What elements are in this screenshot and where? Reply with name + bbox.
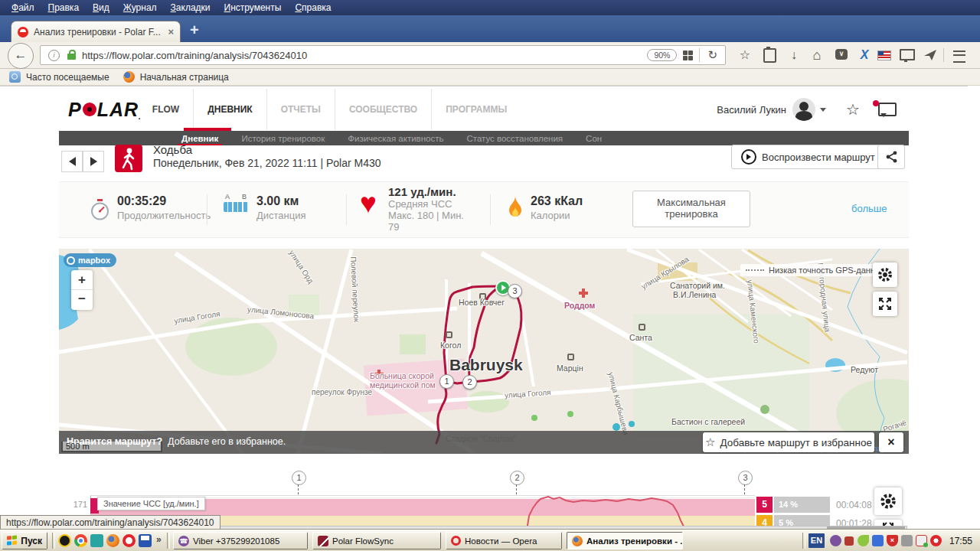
x-extension-icon[interactable]: X — [854, 47, 874, 64]
tab-title: Анализ тренировки - Polar F... — [34, 27, 163, 37]
task-analysis-active[interactable]: Анализ тренировки - ... — [567, 532, 683, 549]
hamburger-menu-icon[interactable] — [949, 47, 969, 64]
quicklaunch-daemon-icon[interactable] — [58, 534, 71, 547]
site-info-icon[interactable]: i — [48, 50, 60, 61]
route-map[interactable]: Babruysk Ноев Ковчег Роддом Санта Марцін… — [59, 249, 909, 454]
favorites-star-icon[interactable]: ☆ — [846, 100, 860, 119]
map-settings-gear-icon[interactable] — [873, 262, 897, 287]
quicklaunch-save-icon[interactable] — [139, 534, 152, 547]
tray-shield-icon[interactable]: × — [887, 535, 898, 546]
next-session-button[interactable] — [83, 151, 104, 172]
task-opera-news[interactable]: Новости — Opera — [446, 532, 562, 549]
browser-menu-bar: Файл Правка Вид Журнал Закладки Инструме… — [0, 0, 980, 15]
clipboard-icon[interactable] — [760, 47, 779, 64]
start-button[interactable]: Пуск — [2, 532, 47, 549]
task-viber[interactable]: ☎ Viber +375299201085 — [173, 532, 308, 549]
add-route-favorite-button[interactable]: ☆ Добавьте маршрут в избранное — [703, 432, 874, 452]
user-name[interactable]: Василий Лукин — [717, 104, 786, 116]
subnav-history[interactable]: История тренировок — [241, 134, 325, 143]
user-dropdown-icon[interactable] — [820, 108, 826, 115]
tray-opera-icon[interactable] — [930, 535, 942, 546]
prev-session-button[interactable] — [61, 151, 83, 172]
poi-noev-kovcheg: Ноев Ковчег — [459, 298, 505, 307]
play-icon — [741, 149, 756, 165]
map-zoom-control: + − — [71, 270, 93, 310]
reload-button[interactable]: ↻ — [700, 48, 725, 62]
duration-label: Продолжительность — [117, 210, 211, 221]
tray-sync-icon[interactable] — [916, 535, 927, 546]
tray-red-icon[interactable] — [844, 536, 854, 546]
opera-icon — [451, 536, 461, 546]
avatar[interactable] — [792, 98, 815, 121]
distance-label: Дистанция — [256, 210, 306, 221]
polar-favicon-icon — [18, 27, 28, 37]
tab-close-icon[interactable]: × — [168, 26, 174, 37]
km-marker-3: 3 — [508, 284, 522, 298]
bookmark-star-icon[interactable]: ☆ — [735, 47, 755, 64]
polar-logo[interactable]: PLAR. — [68, 99, 142, 121]
downloads-icon[interactable]: ↓ — [784, 47, 804, 64]
walking-sport-icon — [115, 145, 142, 172]
home-icon[interactable]: ⌂ — [807, 47, 827, 64]
menu-file[interactable]: Файл — [5, 2, 41, 14]
tray-blue-icon[interactable] — [872, 535, 884, 546]
menu-history[interactable]: Журнал — [116, 2, 164, 14]
tray-leaf-icon[interactable] — [858, 535, 869, 546]
nav-reports[interactable]: ОТЧЕТЫ — [266, 89, 335, 130]
flag-extension-icon[interactable] — [874, 47, 894, 64]
tiles-icon[interactable] — [683, 51, 693, 60]
notifications-icon[interactable] — [878, 103, 897, 116]
back-button[interactable]: ← — [8, 43, 34, 69]
url-bar[interactable]: i https://flow.polar.com/training/analys… — [40, 45, 726, 65]
url-text[interactable]: https://flow.polar.com/training/analysis… — [82, 50, 307, 61]
distance-icon: AB — [224, 193, 248, 212]
tray-gray-icon[interactable] — [901, 535, 913, 546]
map-fullscreen-icon[interactable] — [873, 292, 897, 316]
firefox-icon — [123, 71, 135, 83]
subnav-diary[interactable]: Дневник — [181, 134, 218, 143]
https-lock-icon[interactable] — [67, 54, 76, 60]
quicklaunch-chrome-icon[interactable] — [74, 534, 87, 547]
km-marker-2: 2 — [462, 375, 477, 390]
santa-poi-icon — [639, 324, 645, 331]
poi-roddom: Роддом — [564, 301, 595, 310]
close-like-bar-button[interactable]: × — [879, 432, 903, 452]
mapbox-logo[interactable]: mapbox — [64, 253, 116, 267]
tray-viber-icon[interactable] — [830, 535, 841, 546]
menu-view[interactable]: Вид — [86, 2, 116, 14]
active-tab[interactable]: Анализ тренировки - Polar F... × — [11, 21, 181, 42]
dotted-line-icon — [746, 269, 764, 271]
nav-programs[interactable]: ПРОГРАММЫ — [431, 89, 521, 130]
menu-bookmarks[interactable]: Закладки — [164, 2, 217, 14]
zoom-level-badge[interactable]: 90% — [647, 49, 677, 61]
quicklaunch-firefox-icon[interactable] — [106, 534, 119, 547]
zoom-out-button[interactable]: − — [71, 290, 93, 309]
bookmark-frequent[interactable]: Часто посещаемые — [26, 72, 109, 83]
quicklaunch-opera-icon[interactable] — [122, 534, 136, 547]
quicklaunch-app-icon[interactable] — [90, 534, 103, 547]
zoom-in-button[interactable]: + — [71, 270, 93, 290]
nav-community[interactable]: СООБЩЕСТВО — [335, 89, 431, 130]
language-indicator[interactable]: EN — [808, 533, 825, 548]
map-scale: 500 m — [61, 442, 162, 452]
chart-settings-gear-icon[interactable] — [874, 487, 902, 515]
menu-tools[interactable]: Инструменты — [217, 2, 289, 14]
more-link[interactable]: больше — [851, 203, 887, 214]
share-button[interactable] — [877, 145, 905, 169]
task-flowsync[interactable]: Polar FlowSync — [312, 532, 441, 549]
subnav-sleep[interactable]: Сон — [586, 134, 602, 143]
subnav-recovery[interactable]: Статус восстановления — [466, 134, 563, 143]
pocket-icon[interactable]: ∨ — [831, 47, 851, 64]
quicklaunch-overflow[interactable]: » — [156, 534, 162, 545]
chart-km-marker-3: 3 — [738, 471, 753, 485]
nav-diary[interactable]: ДНЕВНИК — [193, 89, 266, 130]
subnav-activity[interactable]: Физическая активность — [348, 134, 443, 143]
zone5-percent-bar: 14 % — [774, 497, 830, 513]
menu-edit[interactable]: Правка — [41, 2, 87, 14]
play-route-button[interactable]: Воспроизвести маршрут — [731, 145, 885, 169]
bookmark-home[interactable]: Начальная страница — [140, 72, 229, 83]
menu-help[interactable]: Справка — [288, 2, 338, 14]
screenshot-monitor-icon[interactable] — [897, 47, 917, 64]
new-tab-button[interactable]: + — [190, 21, 199, 39]
send-tab-icon[interactable] — [920, 47, 940, 64]
